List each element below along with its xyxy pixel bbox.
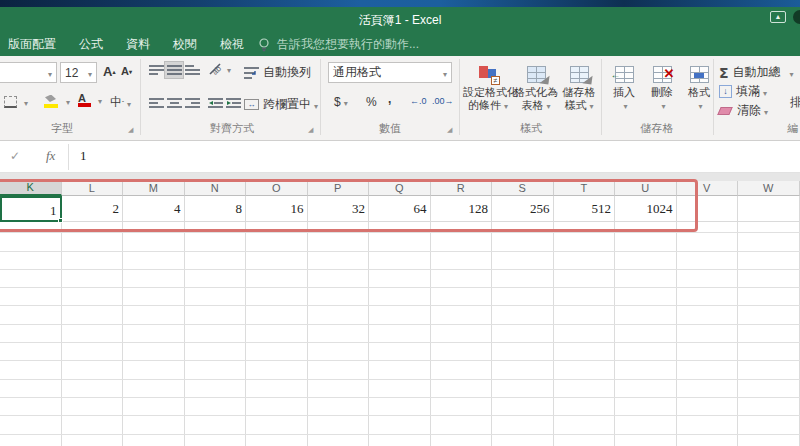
cell-n1[interactable]: 8 [185,196,247,222]
percent-format-button[interactable]: % [366,95,377,109]
cell-styles-icon [570,66,589,83]
fill-color-button[interactable] [44,94,70,108]
worksheet-grid[interactable]: K L M N O P Q R S T U V W 1 2 4 8 16 32 … [0,181,800,446]
column-header-l[interactable]: L [62,181,124,196]
insert-cells-button[interactable]: ← 插入 [606,60,642,136]
font-group-label: 字型 [51,121,73,136]
ribbon-display-options-icon[interactable]: ▲ [770,11,786,23]
decrease-indent-button[interactable] [206,95,224,111]
align-middle-button[interactable] [165,62,183,78]
ribbon-tab-bar: 版面配置 公式 資料 校閱 檢視 告訴我您想要執行的動作... [0,32,800,56]
styles-group-label: 樣式 [520,121,542,136]
fill-button[interactable]: ↓ 填滿 [719,83,767,100]
column-header-k[interactable]: K [0,181,62,196]
enter-check-icon[interactable]: ✓ [10,149,20,163]
shrink-font-button[interactable]: A▾ [121,65,132,77]
insert-function-icon[interactable]: fx [46,148,55,164]
font-size-combo[interactable]: 12 [60,62,97,83]
cell-u1[interactable]: 1024 [615,196,677,222]
eraser-icon [717,107,733,115]
formula-input[interactable]: 1 [80,148,87,164]
selected-cell-k1[interactable]: 1 [0,196,62,222]
number-group-label: 數值 [379,121,401,136]
ribbon: 12 A▴ A▾ A 中ˇ 字型 ◢ [0,56,800,141]
window-title: 活頁簿1 - Excel [0,12,800,29]
column-header-o[interactable]: O [246,181,308,196]
align-bottom-button[interactable] [183,62,201,78]
sort-filter-button-partial[interactable]: 排 [790,94,800,111]
cell-t1[interactable]: 512 [554,196,616,222]
alignment-dialog-launcher-icon[interactable]: ◢ [308,126,313,134]
cell-l1[interactable]: 2 [62,196,124,222]
indent-buttons [206,95,242,111]
tab-view[interactable]: 檢視 [220,36,256,53]
tab-review[interactable]: 校閱 [173,36,209,53]
column-header-m[interactable]: M [123,181,185,196]
increase-decimal-button[interactable]: ←.0 [410,96,427,106]
decrease-decimal-button[interactable]: .00→ [432,96,454,106]
align-right-button[interactable] [183,95,201,111]
comma-format-button[interactable]: , [388,92,391,106]
increase-indent-button[interactable] [224,95,242,111]
wrap-text-icon [244,66,259,79]
tab-data[interactable]: 資料 [126,36,162,53]
svg-text:ab: ab [210,64,223,76]
cell-v1[interactable] [677,196,739,222]
cell-r1[interactable]: 128 [431,196,493,222]
cells-group-label: 儲存格 [641,121,674,136]
column-header-q[interactable]: Q [369,181,431,196]
column-header-u[interactable]: U [615,181,677,196]
format-cells-button[interactable]: 格式 [681,60,717,136]
column-header-row: K L M N O P Q R S T U V W [0,181,800,196]
cell-w1[interactable] [738,196,800,222]
lightbulb-icon [258,37,270,52]
format-as-table-icon [527,66,546,83]
wrap-text-button[interactable]: 自動換列 [244,64,311,81]
number-format-combo[interactable]: 通用格式 [328,62,452,83]
column-header-t[interactable]: T [554,181,616,196]
align-left-button[interactable] [147,95,165,111]
font-name-combo[interactable] [0,62,57,83]
clear-button[interactable]: 清除 [719,102,768,119]
cell-o1[interactable]: 16 [246,196,308,222]
column-header-p[interactable]: P [308,181,370,196]
font-color-button[interactable]: A [78,93,102,107]
title-bar[interactable]: 活頁簿1 - Excel ▲ [0,7,800,32]
cell-p1[interactable]: 32 [308,196,370,222]
cell-q1[interactable]: 64 [369,196,431,222]
borders-button[interactable] [4,95,28,109]
tab-page-layout[interactable]: 版面配置 [8,36,68,53]
alignment-group-label: 對齊方式 [210,121,254,136]
sigma-icon: Σ [719,65,729,81]
phonetic-guide-button[interactable]: 中ˇ [110,94,131,111]
column-header-w[interactable]: W [738,181,800,196]
tell-me-box[interactable]: 告訴我您想要執行的動作... [258,32,419,56]
editing-group-label: 編 [788,121,799,136]
tell-me-label: 告訴我您想要執行的動作... [277,36,419,53]
tab-formulas[interactable]: 公式 [79,36,115,53]
column-header-s[interactable]: S [492,181,554,196]
align-center-button[interactable] [165,95,183,111]
fill-handle[interactable] [58,218,63,223]
autosum-button[interactable]: Σ 自動加總 [719,64,794,81]
grow-font-button[interactable]: A▴ [103,64,115,79]
column-header-r[interactable]: R [431,181,493,196]
formula-bar[interactable]: ✓ fx 1 [0,141,800,173]
cell-styles-button[interactable]: 儲存格 樣式 [559,60,599,136]
conditional-formatting-button[interactable]: ≠ 設定格式化 的條件 [463,60,513,136]
font-dialog-launcher-icon[interactable]: ◢ [128,126,133,134]
number-dialog-launcher-icon[interactable]: ◢ [447,126,452,134]
conditional-formatting-icon: ≠ [479,66,497,83]
align-top-button[interactable] [147,62,165,78]
account-avatar[interactable] [793,10,800,24]
format-cells-icon [690,66,709,83]
column-header-n[interactable]: N [185,181,247,196]
currency-format-button[interactable]: $ [334,95,348,109]
cell-m1[interactable]: 4 [123,196,185,222]
orientation-button[interactable]: ab [208,62,231,76]
merge-center-button[interactable]: ↔ 跨欄置中 [244,96,318,113]
cell-s1[interactable]: 256 [492,196,554,222]
desktop-background-strip [0,0,800,7]
empty-grid-rows[interactable] [0,222,800,446]
column-header-v[interactable]: V [677,181,739,196]
